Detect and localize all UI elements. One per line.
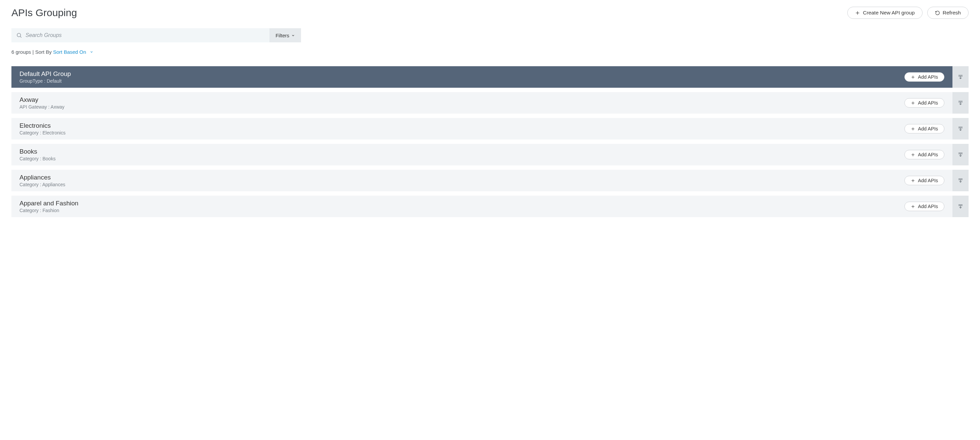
- add-apis-label: Add APIs: [918, 204, 938, 209]
- group-subtitle: API Gateway : Axway: [19, 104, 65, 110]
- sort-prefix: Sort By: [35, 49, 52, 55]
- group-subtitle: GroupType : Default: [19, 78, 71, 84]
- group-row[interactable]: ElectronicsCategory : ElectronicsAdd API…: [11, 118, 969, 139]
- plus-icon: [911, 204, 915, 209]
- filters-button[interactable]: Filters: [269, 28, 301, 42]
- group-count: 6 groups: [11, 49, 31, 55]
- group-row[interactable]: Default API GroupGroupType : DefaultAdd …: [11, 66, 969, 88]
- add-apis-button[interactable]: Add APIs: [904, 98, 944, 108]
- group-row[interactable]: AppliancesCategory : AppliancesAdd APIs: [11, 170, 969, 191]
- header-actions: Create New API group Refresh: [847, 7, 969, 19]
- group-text: AxwayAPI Gateway : Axway: [19, 96, 65, 110]
- page-header: APIs Grouping Create New API group Refre…: [11, 7, 969, 19]
- expand-down-icon: [958, 177, 964, 183]
- search-input[interactable]: [25, 32, 265, 38]
- svg-line-3: [20, 36, 21, 37]
- search-filter-bar: Filters: [11, 28, 301, 42]
- search-icon: [16, 32, 22, 38]
- create-label: Create New API group: [863, 10, 915, 16]
- plus-icon: [911, 75, 915, 79]
- group-subtitle: Category : Appliances: [19, 182, 65, 187]
- plus-icon: [911, 101, 915, 105]
- add-apis-button[interactable]: Add APIs: [904, 150, 944, 159]
- group-main: ElectronicsCategory : ElectronicsAdd API…: [11, 118, 953, 139]
- group-subtitle: Category : Electronics: [19, 130, 65, 136]
- expand-button[interactable]: [953, 196, 969, 217]
- add-apis-label: Add APIs: [918, 178, 938, 183]
- add-apis-button[interactable]: Add APIs: [904, 72, 944, 82]
- chevron-down-icon: [291, 33, 295, 37]
- add-apis-label: Add APIs: [918, 74, 938, 80]
- expand-down-icon: [958, 126, 964, 132]
- add-apis-label: Add APIs: [918, 152, 938, 157]
- group-text: Apparel and FashionCategory : Fashion: [19, 200, 78, 213]
- add-apis-button[interactable]: Add APIs: [904, 202, 944, 211]
- expand-down-icon: [958, 203, 964, 209]
- group-text: Default API GroupGroupType : Default: [19, 70, 71, 84]
- group-title: Default API Group: [19, 70, 71, 78]
- search-wrap: [11, 28, 269, 42]
- plus-icon: [911, 153, 915, 157]
- group-main: Default API GroupGroupType : DefaultAdd …: [11, 66, 953, 88]
- group-row[interactable]: BooksCategory : BooksAdd APIs: [11, 144, 969, 165]
- expand-button[interactable]: [953, 170, 969, 191]
- create-new-group-button[interactable]: Create New API group: [847, 7, 922, 19]
- group-title: Electronics: [19, 122, 65, 129]
- group-text: ElectronicsCategory : Electronics: [19, 122, 65, 136]
- group-title: Apparel and Fashion: [19, 200, 78, 207]
- group-main: AppliancesCategory : AppliancesAdd APIs: [11, 170, 953, 191]
- refresh-label: Refresh: [943, 10, 961, 16]
- summary-row: 6 groups | Sort By Sort Based On: [11, 49, 969, 55]
- group-subtitle: Category : Fashion: [19, 208, 78, 213]
- expand-down-icon: [958, 151, 964, 158]
- add-apis-button[interactable]: Add APIs: [904, 176, 944, 185]
- group-row[interactable]: AxwayAPI Gateway : AxwayAdd APIs: [11, 92, 969, 113]
- refresh-button[interactable]: Refresh: [927, 7, 969, 19]
- expand-button[interactable]: [953, 92, 969, 113]
- expand-down-icon: [958, 74, 964, 80]
- expand-down-icon: [958, 100, 964, 106]
- plus-icon: [855, 10, 860, 16]
- svg-point-2: [17, 33, 21, 37]
- expand-button[interactable]: [953, 144, 969, 165]
- group-title: Books: [19, 148, 56, 155]
- sort-value: Sort Based On: [53, 49, 86, 55]
- group-subtitle: Category : Books: [19, 156, 56, 161]
- group-main: BooksCategory : BooksAdd APIs: [11, 144, 953, 165]
- plus-icon: [911, 179, 915, 183]
- page-title: APIs Grouping: [11, 7, 77, 19]
- group-title: Axway: [19, 96, 65, 104]
- filters-label: Filters: [275, 33, 289, 38]
- group-list: Default API GroupGroupType : DefaultAdd …: [11, 66, 969, 217]
- refresh-icon: [935, 10, 940, 16]
- plus-icon: [911, 127, 915, 131]
- group-text: AppliancesCategory : Appliances: [19, 174, 65, 187]
- expand-button[interactable]: [953, 66, 969, 88]
- group-title: Appliances: [19, 174, 65, 181]
- group-text: BooksCategory : Books: [19, 148, 56, 161]
- chevron-down-icon: [90, 49, 94, 55]
- group-row[interactable]: Apparel and FashionCategory : FashionAdd…: [11, 196, 969, 217]
- group-main: AxwayAPI Gateway : AxwayAdd APIs: [11, 92, 953, 113]
- expand-button[interactable]: [953, 118, 969, 139]
- sort-dropdown[interactable]: Sort Based On: [53, 49, 94, 55]
- divider: |: [33, 49, 35, 55]
- add-apis-label: Add APIs: [918, 126, 938, 131]
- group-main: Apparel and FashionCategory : FashionAdd…: [11, 196, 953, 217]
- add-apis-button[interactable]: Add APIs: [904, 124, 944, 134]
- add-apis-label: Add APIs: [918, 100, 938, 105]
